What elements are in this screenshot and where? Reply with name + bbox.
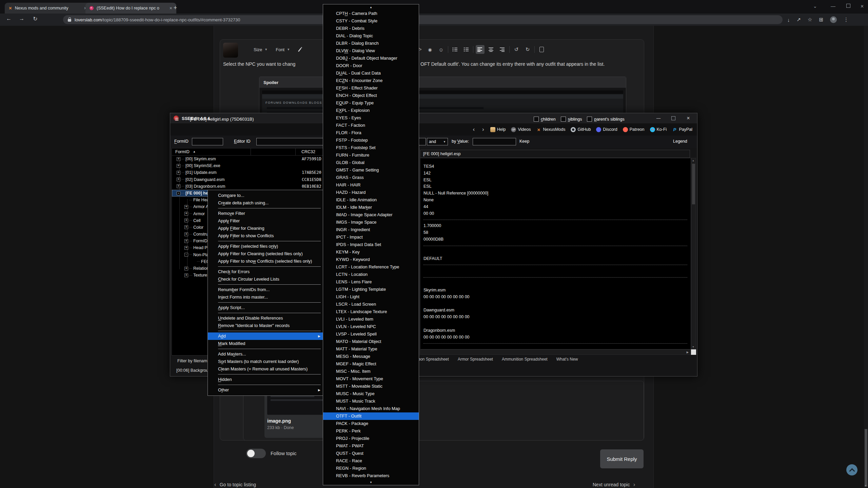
expand-icon[interactable]: + (184, 232, 188, 236)
submenu-item[interactable]: PERK - Perk (323, 427, 419, 435)
expand-icon[interactable]: + (177, 171, 180, 175)
bottom-tab[interactable]: Ammunition Spreadsheet (502, 357, 548, 362)
menu-item[interactable]: Mark Modified (208, 340, 323, 347)
preview-eye-icon[interactable]: ◉ (426, 45, 434, 54)
share-icon[interactable]: ↗ (797, 17, 801, 23)
column-divider[interactable] (295, 148, 296, 155)
scrollbar-thumb[interactable] (865, 429, 867, 487)
keep-checkbox[interactable]: children (534, 117, 556, 122)
record-row[interactable] (423, 280, 691, 287)
source-document-icon[interactable] (537, 45, 546, 54)
keep-checkbox[interactable]: siblings (561, 117, 582, 122)
menu-item[interactable]: Check for Errors (208, 268, 323, 276)
keep-checkbox[interactable]: parent's siblings (587, 117, 624, 122)
submenu-item[interactable]: GMST - Game Setting (323, 166, 419, 174)
browser-menu-icon[interactable]: ⋮ (844, 17, 849, 23)
record-row[interactable]: Dragonborn.esm (423, 327, 691, 334)
submenu-item[interactable]: NAVI - Navigation Mesh Info Map (323, 405, 419, 412)
record-row[interactable]: 00000D8B (423, 236, 691, 243)
nav-link-kofi[interactable]: ♥Ko-Fi (650, 127, 667, 132)
record-vertical-scrollbar[interactable]: ▲ ▼ (691, 158, 696, 349)
submenu-item[interactable]: IDLM - Idle Marker (323, 204, 419, 211)
record-row[interactable]: ESL (423, 183, 691, 190)
submenu-item[interactable]: HAZD - Hazard (323, 189, 419, 196)
sseedit-minimize-button[interactable]: — (651, 113, 666, 123)
hamburger-menu-icon[interactable]: ≡ (175, 116, 179, 123)
crc32-column-header[interactable]: CRC32 (301, 149, 315, 154)
submenu-item[interactable]: IMAD - Image Space Adapter (323, 211, 419, 219)
formid-input[interactable] (192, 138, 223, 145)
submenu-item[interactable]: IDLE - Idle Animation (323, 196, 419, 204)
record-row[interactable]: DEFAULT (423, 256, 691, 262)
nav-link-paypal[interactable]: PPayPal (672, 127, 692, 132)
submenu-item[interactable]: CPTH - Camera Path (323, 10, 419, 17)
menu-item-other[interactable]: Other▶ (208, 386, 323, 394)
submenu-item[interactable]: KEYM - Key (323, 248, 419, 256)
tab-nexus[interactable]: × Nexus mods and community × (5, 3, 91, 14)
next-unread-topic-link[interactable]: Next unread topic › (593, 481, 635, 488)
spoiler-header[interactable]: Spoiler (259, 77, 626, 88)
sseedit-maximize-button[interactable] (666, 113, 681, 123)
menu-item[interactable]: Apply Script... (208, 304, 323, 311)
submenu-item[interactable]: MUST - Music Track (323, 398, 419, 405)
record-row[interactable]: 142 (423, 170, 691, 177)
expand-icon[interactable]: + (184, 219, 188, 222)
profile-avatar[interactable] (830, 16, 837, 23)
submenu-item[interactable]: HAIR - HAIR (323, 181, 419, 189)
menu-item[interactable]: Compare to... (208, 192, 323, 199)
nav-link-videos[interactable]: GPVideos (511, 127, 531, 132)
menu-item[interactable]: Add Masters... (208, 350, 323, 358)
bottom-tab[interactable]: Armor Spreadsheet (458, 357, 493, 362)
nav-link-help[interactable]: Help (490, 127, 506, 132)
tab-sseedit-topic[interactable]: (SSEedit) How do I replace npc o × (85, 3, 176, 14)
submenu-item[interactable]: IPDS - Impact Data Set (323, 241, 419, 248)
menu-item[interactable]: Apply Filter for Cleaning (selected file… (208, 250, 323, 258)
record-row[interactable]: Skyrim.esm (423, 287, 691, 294)
lock-icon[interactable] (68, 19, 71, 22)
submenu-item[interactable]: GRAS - Grass (323, 174, 419, 181)
by-value-input[interactable] (473, 138, 516, 145)
menu-item[interactable]: Apply Filter (208, 217, 323, 225)
align-center-icon[interactable] (487, 45, 496, 54)
nav-back-icon[interactable]: ‹ (471, 126, 476, 133)
go-to-topic-listing-link[interactable]: ‹ Go to topic listing (214, 481, 256, 488)
record-row[interactable]: 00 00 (423, 210, 691, 217)
page-scrollbar[interactable]: ▼ (864, 26, 868, 488)
ordered-list-icon[interactable] (462, 45, 471, 54)
submenu-item[interactable]: LIGH - Light (323, 293, 419, 301)
forward-button[interactable]: → (18, 16, 26, 22)
align-left-icon[interactable] (476, 45, 485, 54)
record-row[interactable]: 00 00 00 00 00 00 00 00 (423, 334, 691, 341)
record-row[interactable] (423, 249, 691, 256)
record-row[interactable] (423, 268, 691, 274)
menu-item[interactable]: Remove "Identical to Master" records (208, 322, 323, 329)
menu-item[interactable]: Undelete and Disable References (208, 314, 323, 322)
text-color-pen-icon[interactable] (295, 45, 304, 54)
submenu-item[interactable]: EFSH - Effect Shader (323, 84, 419, 92)
expand-icon[interactable]: + (184, 205, 188, 209)
follow-topic-toggle[interactable] (246, 449, 266, 458)
size-dropdown[interactable]: Size▼ (251, 45, 270, 54)
submenu-item[interactable]: LCTN - Location (323, 271, 419, 278)
submenu-item[interactable]: DLBR - Dialog Branch (323, 40, 419, 47)
menu-item[interactable]: Renumber FormIDs from... (208, 286, 323, 293)
submenu-item[interactable]: LGTM - Lighting Template (323, 286, 419, 293)
menu-item[interactable]: Apply Filter for Cleaning (208, 225, 323, 232)
submenu-item[interactable]: GLOB - Global (323, 159, 419, 166)
nav-link-discord[interactable]: Discord (596, 127, 617, 132)
submenu-item[interactable]: LVLN - Leveled NPC (323, 323, 419, 330)
nav-link-patreon[interactable]: Patreon (623, 127, 645, 132)
menu-item[interactable]: Check for Circular Leveled Lists (208, 276, 323, 283)
submenu-item[interactable]: DLVW - Dialog View (323, 47, 419, 55)
expand-icon[interactable]: + (184, 273, 188, 277)
submenu-item[interactable]: MISC - Misc. Item (323, 368, 419, 375)
submenu-item[interactable]: RACE - Race (323, 457, 419, 465)
submenu-item[interactable]: KYWD - Keyword (323, 256, 419, 263)
submenu-item[interactable]: OTFT - Outfit (323, 412, 419, 420)
expand-icon[interactable]: + (184, 212, 188, 216)
and-or-dropdown[interactable]: and▼ (427, 138, 448, 145)
menu-item-add[interactable]: Add▶ (208, 332, 323, 340)
submenu-item[interactable]: QUST - Quest (323, 450, 419, 457)
nav-forward-icon[interactable]: › (481, 126, 486, 133)
submenu-item[interactable]: FACT - Faction (323, 122, 419, 129)
